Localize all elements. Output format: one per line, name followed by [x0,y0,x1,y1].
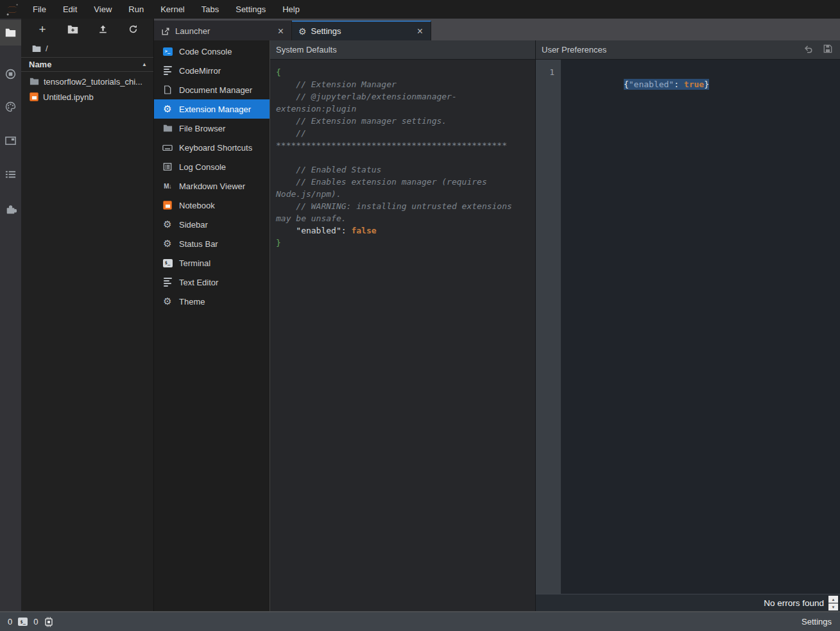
plugin-item-markdown-viewer[interactable]: M↓Markdown Viewer [154,176,270,196]
name-column-label: Name [29,60,51,69]
code-token [276,226,296,235]
plugin-item-keyboard-shortcuts[interactable]: Keyboard Shortcuts [154,138,270,157]
terminal-status-icon: $_ [18,618,28,626]
plugin-item-theme[interactable]: ⚙Theme [154,292,270,311]
menu-file[interactable]: File [24,0,55,19]
user-preferences-panel: User Preferences 1 {" [536,40,840,611]
inspector-icon [5,136,16,146]
plugin-item-text-editor[interactable]: Text Editor [154,273,270,292]
plugin-item-notebook[interactable]: Notebook [154,196,270,215]
plugin-item-status-bar[interactable]: ⚙Status Bar [154,234,270,253]
gear-icon: ⚙ [298,27,307,36]
menu-edit[interactable]: Edit [55,0,85,19]
code-line: // @jupyterlab/extensionmanager- [276,90,530,103]
revert-button[interactable] [803,44,814,55]
menu-kernel[interactable]: Kernel [152,0,193,19]
code-line: // Enables extension manager (requires [276,176,530,188]
tab-bar: Launcher×⚙Settings× [154,19,840,40]
menu-tabs[interactable]: Tabs [193,0,227,19]
code-token: "enabled" [629,80,674,89]
code-token: // Enables extension manager (requires [276,177,487,187]
file-item[interactable]: tensorflow2_tutorials_chi... [21,74,153,89]
lines-icon [162,277,173,287]
system-defaults-title: System Defaults [276,45,337,55]
error-status-text: No errors found [764,598,824,608]
gear-icon: ⚙ [162,104,173,114]
plus-icon: + [39,23,46,35]
spinner-control[interactable]: ▲ ▼ [828,596,838,610]
spinner-down-icon[interactable]: ▼ [828,603,838,610]
status-bar-context: Settings [801,617,832,627]
undo-icon [803,44,814,53]
plugin-item-label: Document Manager [179,85,252,95]
plugin-item-terminal[interactable]: $_Terminal [154,253,270,273]
code-token: // Extension manager settings. [276,116,447,126]
app-body: + / Name ▲ tensorflow2_tutorials_chi...U… [0,19,840,612]
sidebar-tab-running-sessions[interactable] [0,61,21,87]
notebook-icon [162,200,173,210]
menu-run[interactable]: Run [120,0,152,19]
launcher-icon [160,26,171,37]
menu-settings[interactable]: Settings [227,0,274,19]
file-browser-panel: + / Name ▲ tensorflow2_tutorials_chi...U… [21,19,154,611]
new-launcher-button[interactable]: + [35,22,49,37]
sidebar-tab-file-browser[interactable] [0,20,21,46]
plugin-item-file-browser[interactable]: File Browser [154,119,270,138]
plugin-item-sidebar[interactable]: ⚙Sidebar [154,215,270,234]
plugin-item-document-manager[interactable]: Document Manager [154,80,270,99]
close-icon[interactable]: × [276,26,286,37]
console-glyph: >_ [163,47,173,56]
tab-settings[interactable]: ⚙Settings× [292,21,431,40]
plugin-item-codemirror[interactable]: CodeMirror [154,61,270,80]
sidebar-tab-property-inspector[interactable] [0,128,21,153]
file-list-header[interactable]: Name ▲ [21,57,153,72]
terminal-glyph: $_ [163,259,173,267]
save-button[interactable] [823,44,832,55]
new-folder-button[interactable] [65,22,80,37]
code-token: // WARNING: installing untrusted extensi… [276,201,512,211]
breadcrumb[interactable]: / [21,40,153,57]
code-token: } [276,238,281,248]
sidebar-tab-command-palette[interactable] [0,94,21,119]
lines-icon [162,65,173,76]
puzzle-icon [5,204,17,215]
plugin-item-extension-manager[interactable]: ⚙Extension Manager [154,99,270,119]
code-token: : [674,80,684,89]
plugin-item-label: Log Console [179,162,226,172]
file-name: tensorflow2_tutorials_chi... [44,77,142,87]
sort-ascending-icon: ▲ [142,62,147,67]
system-defaults-code: { // Extension Manager // @jupyterlab/ex… [270,60,535,611]
tab-label: Launcher [175,26,210,36]
user-preferences-header: User Preferences [536,40,840,60]
plugin-item-label: CodeMirror [179,66,221,76]
menu-help[interactable]: Help [274,0,308,19]
refresh-button[interactable] [126,22,141,37]
file-item[interactable]: Untitled.ipynb [21,89,153,105]
running-status[interactable]: 0 $_ 0 [8,617,54,627]
close-icon[interactable]: × [415,26,425,37]
upload-button[interactable] [96,22,110,37]
code-token: extension:plugin [276,104,356,114]
menubar: FileEditViewRunKernelTabsSettingsHelp [0,0,840,19]
user-preferences-editor[interactable]: {"enabled": true} [561,60,840,594]
user-preferences-actions [803,44,834,55]
upload-icon [98,24,108,34]
code-line: extension:plugin [276,103,530,115]
spinner-up-icon[interactable]: ▲ [828,596,838,603]
tab-launcher[interactable]: Launcher× [154,21,292,40]
plugin-item-label: Terminal [179,258,210,268]
file-browser-toolbar: + [21,19,153,40]
code-line: Node.js/npm). [276,188,530,200]
plugin-item-log-console[interactable]: Log Console [154,157,270,176]
breadcrumb-path: / [46,44,48,53]
plugin-item-label: File Browser [179,124,225,133]
sidebar-tab-open-tabs[interactable] [0,162,21,187]
menu-view[interactable]: View [85,0,120,19]
settings-editor: >_Code ConsoleCodeMirrorDocument Manager… [154,40,840,611]
open-tabs-icon [5,170,16,179]
sidebar-tab-extension-manager[interactable] [0,196,21,222]
dock-panel: Launcher×⚙Settings× >_Code ConsoleCodeMi… [154,19,840,611]
plugin-item-code-console[interactable]: >_Code Console [154,42,270,61]
code-line: { [276,66,530,78]
code-token: ****************************************… [276,140,507,150]
